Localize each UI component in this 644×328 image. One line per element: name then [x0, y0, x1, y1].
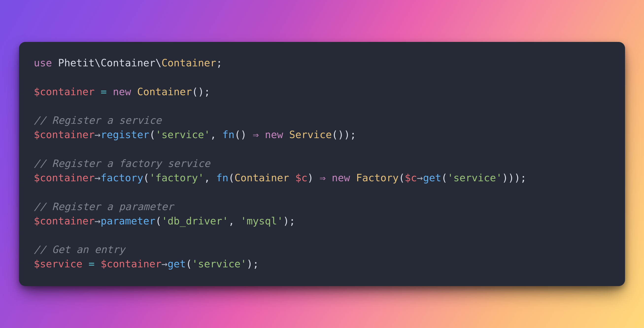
punct: (): [192, 86, 204, 98]
punct: ()): [332, 129, 350, 141]
method: factory: [101, 172, 144, 184]
arrow-op: →: [417, 172, 423, 184]
punct: (: [186, 258, 192, 270]
namespace: Phetit: [58, 57, 94, 69]
comment: // Register a service: [34, 114, 161, 126]
punct: ,: [228, 215, 240, 227]
punct: ): [308, 172, 320, 184]
string: 'mysql': [240, 215, 283, 227]
code-line: $container→parameter('db_driver', 'mysql…: [34, 215, 295, 227]
code-block: use Phetit\Container\Container; $contain…: [34, 56, 610, 271]
code-card: use Phetit\Container\Container; $contain…: [19, 42, 625, 286]
punct: \: [156, 57, 162, 69]
code-line: $container→factory('factory', fn(Contain…: [34, 172, 526, 184]
arrow-op: →: [94, 172, 101, 184]
punct: \: [94, 57, 101, 69]
code-line: $container→register('service', fn() ⇒ ne…: [34, 129, 356, 141]
comment: // Get an entry: [34, 244, 125, 255]
operator: =: [82, 258, 100, 270]
space: [326, 172, 332, 184]
punct: ): [283, 215, 289, 227]
fn-keyword: fn: [216, 172, 228, 184]
variable: $container: [34, 86, 94, 98]
punct: (: [149, 129, 156, 141]
arrow-op: →: [94, 215, 101, 227]
code-line: // Register a parameter: [34, 201, 174, 213]
variable: $container: [34, 172, 94, 184]
space: [283, 129, 289, 141]
keyword-new: new: [265, 129, 283, 141]
punct: (: [398, 172, 405, 184]
variable: $container: [34, 215, 94, 227]
punct: (: [156, 215, 162, 227]
class-name: Container: [161, 57, 216, 69]
comment: // Register a factory service: [34, 158, 210, 169]
code-line: // Register a factory service: [34, 158, 210, 169]
method: get: [168, 258, 186, 270]
class-name: Factory: [356, 172, 398, 184]
code-line: // Get an entry: [34, 244, 125, 255]
keyword-new: new: [332, 172, 350, 184]
variable: $container: [34, 129, 94, 141]
code-line: $service = $container→get('service');: [34, 258, 259, 270]
punct: (: [441, 172, 448, 184]
string: 'db_driver': [161, 215, 228, 227]
punct: ,: [204, 172, 216, 184]
method: parameter: [101, 215, 156, 227]
space: [350, 172, 356, 184]
variable: $container: [101, 258, 162, 270]
string: 'service': [448, 172, 502, 184]
string: 'service': [192, 258, 246, 270]
string: 'service': [156, 129, 210, 141]
variable: $c: [405, 172, 417, 184]
punct: (): [234, 129, 253, 141]
space: [289, 172, 296, 184]
fn-keyword: fn: [222, 129, 234, 141]
punct: ,: [210, 129, 222, 141]
variable: $service: [34, 258, 82, 270]
code-line: use Phetit\Container\Container;: [34, 57, 222, 69]
class-name: Container: [137, 86, 192, 98]
double-arrow: ⇒: [320, 172, 326, 184]
operator: =: [94, 86, 113, 98]
variable: $c: [295, 172, 307, 184]
method: get: [423, 172, 441, 184]
arrow-op: →: [161, 258, 168, 270]
punct: ;: [216, 57, 222, 69]
punct: ;: [520, 172, 526, 184]
method: register: [101, 129, 149, 141]
namespace: Container: [101, 57, 156, 69]
space: [131, 86, 137, 98]
code-line: $container = new Container();: [34, 86, 210, 98]
punct: (: [228, 172, 234, 184]
punct: ;: [204, 86, 210, 98]
double-arrow: ⇒: [253, 129, 259, 141]
comment: // Register a parameter: [34, 201, 174, 213]
class-name: Service: [289, 129, 332, 141]
punct: ;: [350, 129, 356, 141]
string: 'factory': [149, 172, 204, 184]
punct: ): [246, 258, 253, 270]
keyword-new: new: [113, 86, 131, 98]
punct: ;: [253, 258, 259, 270]
class-name: Container: [234, 172, 289, 184]
punct: (: [143, 172, 149, 184]
space: [259, 129, 265, 141]
arrow-op: →: [94, 129, 101, 141]
punct: ;: [289, 215, 296, 227]
keyword-use: use: [34, 57, 52, 69]
code-line: // Register a service: [34, 114, 161, 126]
punct: ))): [502, 172, 520, 184]
